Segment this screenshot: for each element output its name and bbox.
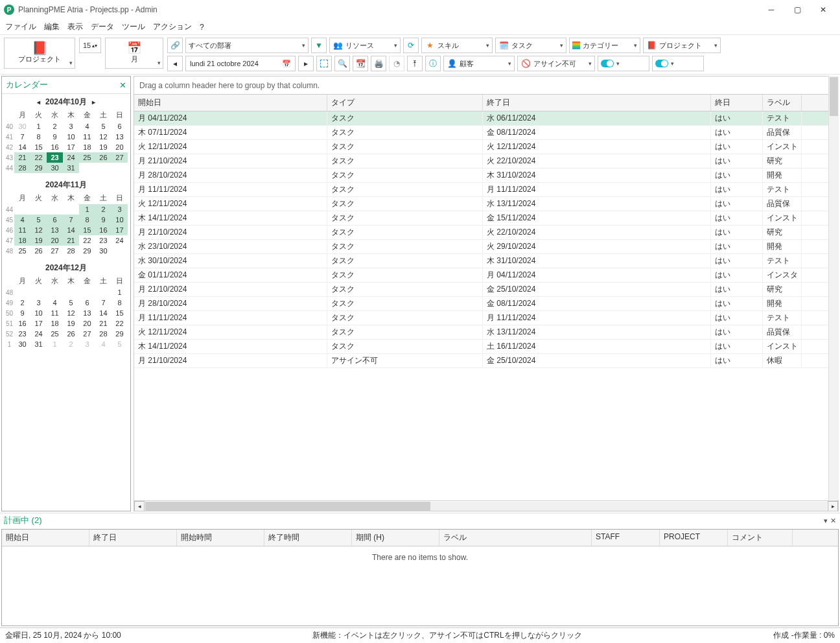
zoom-button[interactable]: 🔍	[334, 56, 350, 71]
calendar-day[interactable]: 2	[63, 339, 79, 349]
cal-prev-button[interactable]: ◂	[37, 99, 40, 106]
table-row[interactable]: 月 28/10/2024タスク金 08/11/2024はい開発	[134, 297, 838, 311]
column-header[interactable]: 終日	[711, 95, 763, 111]
calendar-day[interactable]: 15	[30, 142, 47, 152]
column-header[interactable]: 開始日	[134, 95, 327, 111]
calendar-day[interactable]: 21	[95, 318, 111, 329]
calendar-day[interactable]: 10	[111, 215, 128, 225]
month-big-button[interactable]: 📅 月 ▾	[105, 38, 163, 69]
calendar-day[interactable]: 24	[30, 329, 47, 339]
calendar-day[interactable]: 20	[79, 318, 95, 329]
group-by-hint[interactable]: Drag a column header here to group by th…	[134, 76, 839, 94]
table-row[interactable]: 水 30/10/2024タスク木 31/10/2024はいテスト	[134, 254, 838, 268]
calendar-day[interactable]: 1	[111, 287, 128, 298]
vscroll-thumb[interactable]	[830, 77, 838, 116]
calendar-day[interactable]	[79, 287, 95, 298]
calendar-day[interactable]: 3	[79, 339, 95, 349]
task-dropdown[interactable]: 🗓️ タスク ▾	[495, 38, 566, 53]
calendar-day[interactable]: 19	[63, 318, 79, 329]
horizontal-scrollbar[interactable]: ◂ ▸	[134, 500, 838, 511]
calendar-day[interactable]: 29	[111, 329, 128, 339]
skill-dropdown[interactable]: ★ スキル ▾	[421, 38, 493, 53]
table-row[interactable]: 木 14/11/2024タスク土 16/11/2024はいインスト	[134, 340, 838, 354]
calendar-day[interactable]: 22	[30, 152, 47, 163]
calendar-day[interactable]: 4	[95, 339, 111, 349]
calendar-day[interactable]: 26	[63, 329, 79, 339]
table-row[interactable]: 月 21/10/2024アサイン不可金 25/10/2024はい休暇	[134, 354, 838, 368]
calendar-day[interactable]: 1	[30, 121, 47, 132]
table-row[interactable]: 火 12/11/2024タスク火 12/11/2024はいインスト	[134, 140, 838, 154]
table-row[interactable]: 月 21/10/2024タスク火 22/10/2024はい研究	[134, 226, 838, 240]
calendar-day[interactable]: 20	[111, 142, 128, 152]
menu-item-0[interactable]: ファイル	[5, 21, 36, 32]
table-row[interactable]: 金 01/11/2024タスク月 04/11/2024はいインスタ	[134, 268, 838, 283]
calendar-day[interactable]: 22	[79, 235, 95, 246]
calendar-day[interactable]: 17	[63, 142, 79, 152]
calendar-day[interactable]: 27	[111, 152, 128, 163]
date-prev-button[interactable]: ◂	[167, 56, 183, 71]
calendar-day[interactable]: 30	[47, 163, 63, 173]
calendar-day[interactable]: 3	[63, 121, 79, 132]
table-row[interactable]: 火 12/11/2024タスク水 13/11/2024はい品質保	[134, 325, 838, 340]
menu-item-3[interactable]: データ	[91, 21, 114, 32]
department-dropdown[interactable]: すべての部署 ▾	[185, 38, 309, 53]
calendar-day[interactable]: 24	[63, 152, 79, 163]
calendar-day[interactable]: 18	[47, 318, 63, 329]
today-button[interactable]: 📆	[353, 56, 368, 71]
calendar-day[interactable]: 11	[14, 225, 30, 235]
calendar-day[interactable]	[63, 204, 79, 215]
filter-button[interactable]: ▼	[311, 38, 327, 53]
table-row[interactable]: 木 14/11/2024タスク金 15/11/2024はいインスト	[134, 211, 838, 226]
calendar-day[interactable]	[30, 204, 47, 215]
calendar-day[interactable]	[111, 246, 128, 256]
maximize-button[interactable]: ▢	[784, 1, 810, 19]
table-row[interactable]: 月 21/10/2024タスク火 22/10/2024はい研究	[134, 154, 838, 169]
calendar-day[interactable]: 9	[14, 308, 30, 318]
calendar-day[interactable]: 5	[63, 298, 79, 308]
calendar-day[interactable]: 20	[47, 235, 63, 246]
calendar-day[interactable]	[95, 287, 111, 298]
calendar-day[interactable]: 27	[47, 246, 63, 256]
calendar-day[interactable]: 30	[14, 121, 30, 132]
calendar-day[interactable]: 8	[111, 298, 128, 308]
calendar-day[interactable]: 1	[47, 339, 63, 349]
calendar-day[interactable]: 6	[79, 298, 95, 308]
table-row[interactable]: 月 28/10/2024タスク木 31/10/2024はい開発	[134, 169, 838, 183]
calendar-day[interactable]: 12	[63, 308, 79, 318]
calendar-day[interactable]: 25	[79, 152, 95, 163]
calendar-day[interactable]	[47, 287, 63, 298]
date-next-button[interactable]: ▸	[298, 56, 314, 71]
calendar-day[interactable]: 18	[79, 142, 95, 152]
count-spinner[interactable]: 15 ▴▾	[79, 38, 101, 53]
calendar-day[interactable]: 19	[30, 235, 47, 246]
scroll-left-button[interactable]: ◂	[134, 501, 145, 511]
calendar-day[interactable]: 1	[79, 204, 95, 215]
table-row[interactable]: 月 11/11/2024タスク月 11/11/2024はいテスト	[134, 183, 838, 197]
select-area-button[interactable]	[316, 56, 332, 71]
calendar-day[interactable]	[47, 204, 63, 215]
calendar-day[interactable]: 14	[14, 142, 30, 152]
category-dropdown[interactable]: カテゴリー ▾	[569, 38, 640, 53]
calendar-day[interactable]: 14	[95, 308, 111, 318]
calendar-day[interactable]: 21	[63, 235, 79, 246]
planning-column-header[interactable]: PROJECT	[660, 530, 728, 546]
calendar-day[interactable]: 17	[111, 225, 128, 235]
planning-column-header[interactable]: コメント	[728, 530, 793, 546]
calendar-day[interactable]: 30	[14, 339, 30, 349]
calendar-day[interactable]: 16	[95, 225, 111, 235]
calendar-day[interactable]: 3	[30, 298, 47, 308]
unassign-dropdown[interactable]: 🚫 アサイン不可 ▾	[517, 56, 595, 71]
table-row[interactable]: 木 07/11/2024タスク金 08/11/2024はい品質保	[134, 126, 838, 140]
sidebar-close-button[interactable]: ✕	[119, 80, 126, 90]
date-input[interactable]: lundi 21 octobre 2024 📅	[185, 56, 296, 71]
calendar-day[interactable]: 11	[79, 132, 95, 142]
planning-pin-button[interactable]: ▾	[824, 517, 828, 525]
planning-column-header[interactable]: ラベル	[439, 530, 592, 546]
calendar-day[interactable]: 19	[95, 142, 111, 152]
calendar-day[interactable]	[111, 163, 128, 173]
calendar-day[interactable]: 6	[111, 121, 128, 132]
project-big-button[interactable]: 📕 プロジェクト ▾	[4, 38, 75, 69]
table-row[interactable]: 月 04/11/2024タスク水 06/11/2024はいテスト	[134, 111, 838, 126]
calendar-day[interactable]: 13	[47, 225, 63, 235]
calendar-day[interactable]: 4	[47, 298, 63, 308]
